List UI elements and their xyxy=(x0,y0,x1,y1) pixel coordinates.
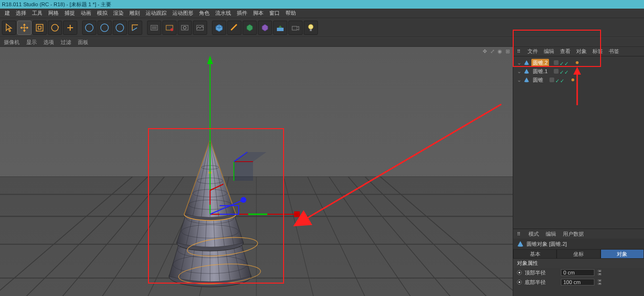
object-name[interactable]: 圆锥 xyxy=(531,76,545,84)
am-title-text: 圆锥对象 [圆锥.2] xyxy=(527,241,567,248)
am-tab-edit[interactable]: 编辑 xyxy=(546,230,556,238)
generator-button[interactable] xyxy=(243,21,257,35)
layer-dot-icon[interactable] xyxy=(549,77,554,82)
am-tab-basic[interactable]: 基本 xyxy=(513,249,557,259)
am-main-tabs: 基本 坐标 对象 xyxy=(513,249,644,259)
cone-icon xyxy=(524,68,529,74)
menu-sculpt[interactable]: 雕刻 xyxy=(127,10,143,17)
svg-rect-0 xyxy=(36,24,43,31)
expand-icon[interactable]: ⌄ xyxy=(517,60,522,66)
menu-plugins[interactable]: 插件 xyxy=(234,10,250,17)
spline-pen-button[interactable] xyxy=(227,21,242,35)
layer-dot-icon[interactable] xyxy=(554,69,559,74)
menu-character[interactable]: 角色 xyxy=(196,10,212,17)
menu-snap[interactable]: 捕捉 xyxy=(62,10,78,17)
visibility-render-icon[interactable]: ✓ xyxy=(560,78,564,82)
axis-x-button[interactable]: X xyxy=(82,21,96,35)
om-tab-edit[interactable]: 编辑 xyxy=(544,48,554,55)
environment-button[interactable] xyxy=(273,21,287,35)
object-tree[interactable]: ⌄ 圆锥.2 ✓ ✓ ⌄ 圆锥.1 ✓ ✓ xyxy=(513,56,644,229)
window-title: R18.011 Studio (RC - R18) - [未标题 1 *] - … xyxy=(2,1,111,7)
phong-tag-icon[interactable] xyxy=(576,70,579,73)
axis-y-button[interactable]: Y xyxy=(97,21,112,35)
visibility-editor-icon[interactable]: ✓ xyxy=(560,69,563,73)
recent-tool-button[interactable] xyxy=(63,21,77,35)
viewport-menu-filter[interactable]: 过滤 xyxy=(61,39,71,46)
visibility-render-icon[interactable]: ✓ xyxy=(564,69,568,73)
viewport-menu-display[interactable]: 显示 xyxy=(26,39,37,46)
am-tab-object[interactable]: 对象 xyxy=(601,249,644,259)
deformer-button[interactable] xyxy=(258,21,272,35)
om-tab-objects[interactable]: 对象 xyxy=(576,48,587,55)
light-button[interactable] xyxy=(304,21,318,35)
menu-mograph[interactable]: 运动图形 xyxy=(169,10,196,17)
coord-system-button[interactable] xyxy=(128,21,142,35)
visibility-render-icon[interactable]: ✓ xyxy=(564,61,568,65)
scale-tool-button[interactable] xyxy=(32,21,47,35)
object-name[interactable]: 圆锥.1 xyxy=(531,67,549,76)
svg-rect-16 xyxy=(277,28,284,31)
object-row-cone-1[interactable]: ⌄ 圆锥.1 ✓ ✓ xyxy=(513,67,644,76)
menu-simulate[interactable]: 模拟 xyxy=(94,10,110,17)
menu-pipeline[interactable]: 流水线 xyxy=(212,10,234,17)
menu-render[interactable]: 渲染 xyxy=(110,10,127,17)
expand-icon[interactable]: ⌄ xyxy=(517,77,522,83)
object-row-cone[interactable]: ⌄ 圆锥 ✓ ✓ xyxy=(513,76,644,84)
move-tool-button[interactable] xyxy=(17,21,32,35)
om-tab-bookmarks[interactable]: 书签 xyxy=(609,48,619,55)
expand-icon[interactable]: ⌄ xyxy=(517,68,522,75)
svg-rect-10 xyxy=(152,26,157,29)
am-tab-mode[interactable]: 模式 xyxy=(528,230,539,238)
om-tab-view[interactable]: 查看 xyxy=(560,48,570,55)
keyframe-dot-icon[interactable] xyxy=(517,270,522,275)
viewport-menu-panel[interactable]: 面板 xyxy=(78,39,88,46)
am-tab-coord[interactable]: 坐标 xyxy=(557,249,600,259)
param-label: 顶部半径 xyxy=(525,269,558,276)
viewport-menu-bar: 摄像机 显示 选项 过滤 面板 xyxy=(0,37,644,47)
spinner[interactable]: ▴▾ xyxy=(597,269,602,276)
menu-create[interactable]: 建 xyxy=(2,10,13,17)
viewport-menu-camera[interactable]: 摄像机 xyxy=(4,39,20,46)
menu-script[interactable]: 脚本 xyxy=(250,10,266,17)
menu-motion-tracker[interactable]: 运动跟踪 xyxy=(143,10,169,17)
keyframe-dot-icon[interactable] xyxy=(517,280,522,285)
am-tab-userdata[interactable]: 用户数据 xyxy=(563,230,584,238)
menu-select[interactable]: 选择 xyxy=(13,10,29,17)
select-tool-button[interactable] xyxy=(2,21,16,35)
svg-point-12 xyxy=(170,28,173,31)
primitive-cube-button[interactable] xyxy=(212,21,226,35)
camera-button[interactable] xyxy=(288,21,303,35)
render-settings-button[interactable] xyxy=(178,21,192,35)
picture-viewer-button[interactable] xyxy=(193,21,207,35)
attribute-manager: ⠿ 模式 编辑 用户数据 圆锥对象 [圆锥.2] 基本 坐标 对象 对象属性 顶… xyxy=(513,229,644,287)
layer-dot-icon[interactable] xyxy=(554,60,559,65)
svg-text:Z: Z xyxy=(118,25,122,31)
axis-z-button[interactable]: Z xyxy=(113,21,127,35)
om-tab-file[interactable]: 文件 xyxy=(528,48,538,55)
visibility-editor-icon[interactable]: ✓ xyxy=(560,61,563,65)
object-name[interactable]: 圆锥.2 xyxy=(531,59,549,67)
bottom-radius-input[interactable]: 100 cm xyxy=(561,279,594,285)
render-region-button[interactable] xyxy=(162,21,177,35)
top-radius-input[interactable]: 0 cm xyxy=(561,269,594,276)
rotate-tool-button[interactable] xyxy=(48,21,62,35)
visibility-editor-icon[interactable]: ✓ xyxy=(555,78,559,82)
perspective-viewport[interactable]: ✥ ⤢ ◉ ⊞ xyxy=(0,47,513,296)
menu-help[interactable]: 帮助 xyxy=(283,10,299,17)
panel-grip-icon[interactable]: ⠿ xyxy=(517,231,520,237)
menu-tools[interactable]: 工具 xyxy=(29,10,45,17)
svg-rect-19 xyxy=(310,29,312,31)
viewport-menu-options[interactable]: 选项 xyxy=(43,39,54,46)
menu-mesh[interactable]: 网格 xyxy=(45,10,62,17)
menu-window[interactable]: 窗口 xyxy=(266,10,283,17)
phong-tag-icon[interactable] xyxy=(576,61,579,64)
am-row-top-radius: 顶部半径 0 cm ▴▾ xyxy=(513,268,644,277)
render-view-button[interactable] xyxy=(147,21,161,35)
phong-tag-icon[interactable] xyxy=(571,78,574,81)
cone-icon xyxy=(524,60,529,66)
om-tab-tags[interactable]: 标签 xyxy=(592,48,603,55)
spinner[interactable]: ▴▾ xyxy=(597,279,602,285)
menu-animate[interactable]: 动画 xyxy=(78,10,94,17)
panel-grip-icon[interactable]: ⠿ xyxy=(517,49,520,54)
object-row-cone-2[interactable]: ⌄ 圆锥.2 ✓ ✓ xyxy=(513,58,644,67)
